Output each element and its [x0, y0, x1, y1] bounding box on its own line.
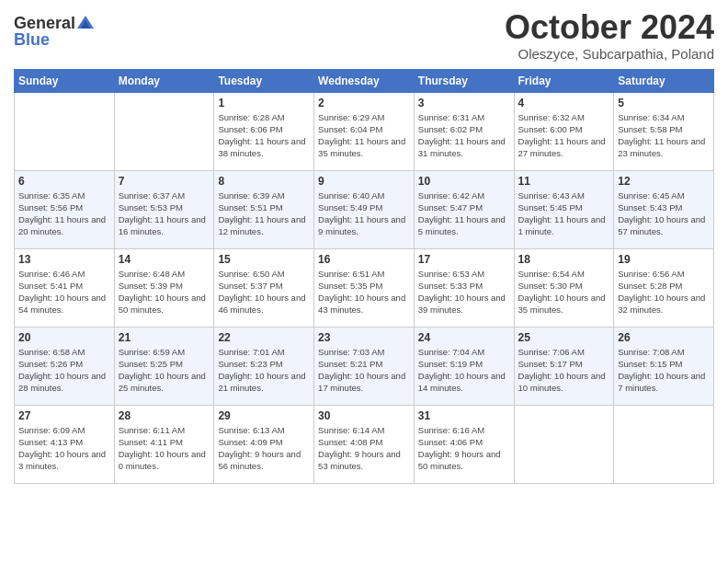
- day-info: Sunrise: 6:31 AM Sunset: 6:02 PM Dayligh…: [418, 111, 510, 160]
- day-number: 30: [318, 409, 410, 422]
- day-info: Sunrise: 6:40 AM Sunset: 5:49 PM Dayligh…: [318, 190, 410, 238]
- day-number: 16: [318, 253, 410, 266]
- calendar-cell: 18Sunrise: 6:54 AM Sunset: 5:30 PM Dayli…: [514, 248, 614, 327]
- day-info: Sunrise: 6:29 AM Sunset: 6:04 PM Dayligh…: [318, 111, 410, 160]
- day-info: Sunrise: 6:13 AM Sunset: 4:09 PM Dayligh…: [218, 424, 310, 473]
- calendar-cell: [15, 92, 115, 170]
- day-number: 14: [119, 253, 210, 266]
- calendar-cell: 30Sunrise: 6:14 AM Sunset: 4:08 PM Dayli…: [314, 405, 415, 483]
- col-header-saturday: Saturday: [614, 69, 714, 92]
- day-number: 15: [218, 253, 310, 266]
- calendar-cell: 22Sunrise: 7:01 AM Sunset: 5:23 PM Dayli…: [214, 327, 314, 405]
- calendar-cell: 16Sunrise: 6:51 AM Sunset: 5:35 PM Dayli…: [314, 248, 415, 327]
- day-info: Sunrise: 6:59 AM Sunset: 5:25 PM Dayligh…: [119, 346, 210, 395]
- calendar-cell: 13Sunrise: 6:46 AM Sunset: 5:41 PM Dayli…: [15, 248, 115, 327]
- title-block: October 2024 Oleszyce, Subcarpathia, Pol…: [505, 9, 714, 62]
- day-info: Sunrise: 6:54 AM Sunset: 5:30 PM Dayligh…: [518, 268, 610, 316]
- day-info: Sunrise: 6:45 AM Sunset: 5:43 PM Dayligh…: [618, 190, 710, 238]
- day-number: 2: [318, 97, 410, 109]
- logo-general: General: [14, 15, 75, 31]
- day-info: Sunrise: 7:04 AM Sunset: 5:19 PM Dayligh…: [418, 346, 510, 395]
- day-number: 6: [18, 175, 110, 188]
- day-info: Sunrise: 7:06 AM Sunset: 5:17 PM Dayligh…: [518, 346, 610, 395]
- calendar-cell: 3Sunrise: 6:31 AM Sunset: 6:02 PM Daylig…: [414, 92, 514, 170]
- calendar-cell: 6Sunrise: 6:35 AM Sunset: 5:56 PM Daylig…: [15, 170, 115, 248]
- day-info: Sunrise: 6:11 AM Sunset: 4:11 PM Dayligh…: [119, 424, 210, 473]
- day-number: 5: [618, 97, 710, 109]
- day-info: Sunrise: 6:37 AM Sunset: 5:53 PM Dayligh…: [119, 190, 210, 238]
- calendar-cell: 31Sunrise: 6:16 AM Sunset: 4:06 PM Dayli…: [414, 405, 514, 483]
- calendar-cell: 12Sunrise: 6:45 AM Sunset: 5:43 PM Dayli…: [614, 170, 714, 248]
- calendar-cell: 5Sunrise: 6:34 AM Sunset: 5:58 PM Daylig…: [614, 92, 714, 170]
- calendar-cell: 10Sunrise: 6:42 AM Sunset: 5:47 PM Dayli…: [414, 170, 514, 248]
- day-number: 19: [618, 253, 710, 266]
- day-info: Sunrise: 7:03 AM Sunset: 5:21 PM Dayligh…: [318, 346, 410, 395]
- day-number: 25: [518, 331, 610, 344]
- calendar-cell: 21Sunrise: 6:59 AM Sunset: 5:25 PM Dayli…: [114, 327, 214, 405]
- day-info: Sunrise: 6:56 AM Sunset: 5:28 PM Dayligh…: [618, 268, 710, 316]
- calendar-cell: 24Sunrise: 7:04 AM Sunset: 5:19 PM Dayli…: [414, 327, 514, 405]
- day-number: 29: [218, 409, 310, 422]
- day-info: Sunrise: 6:48 AM Sunset: 5:39 PM Dayligh…: [119, 268, 210, 316]
- day-number: 9: [318, 175, 410, 188]
- day-info: Sunrise: 6:53 AM Sunset: 5:33 PM Dayligh…: [418, 268, 510, 316]
- day-info: Sunrise: 7:01 AM Sunset: 5:23 PM Dayligh…: [218, 346, 310, 395]
- calendar-cell: 4Sunrise: 6:32 AM Sunset: 6:00 PM Daylig…: [514, 92, 614, 170]
- logo-blue: Blue: [14, 31, 50, 48]
- calendar-header-row: SundayMondayTuesdayWednesdayThursdayFrid…: [15, 69, 714, 92]
- calendar-week-3: 13Sunrise: 6:46 AM Sunset: 5:41 PM Dayli…: [15, 248, 714, 327]
- calendar-cell: [114, 92, 214, 170]
- calendar-cell: 27Sunrise: 6:09 AM Sunset: 4:13 PM Dayli…: [15, 405, 115, 483]
- day-info: Sunrise: 6:32 AM Sunset: 6:00 PM Dayligh…: [518, 111, 610, 160]
- calendar-week-4: 20Sunrise: 6:58 AM Sunset: 5:26 PM Dayli…: [15, 327, 714, 405]
- day-number: 21: [119, 331, 210, 344]
- day-info: Sunrise: 6:09 AM Sunset: 4:13 PM Dayligh…: [18, 424, 110, 473]
- col-header-thursday: Thursday: [414, 69, 514, 92]
- col-header-monday: Monday: [114, 69, 214, 92]
- month-title: October 2024: [505, 9, 714, 46]
- day-number: 1: [218, 97, 310, 109]
- calendar-cell: 1Sunrise: 6:28 AM Sunset: 6:06 PM Daylig…: [214, 92, 314, 170]
- calendar-cell: 8Sunrise: 6:39 AM Sunset: 5:51 PM Daylig…: [214, 170, 314, 248]
- day-number: 12: [618, 175, 710, 188]
- day-info: Sunrise: 6:35 AM Sunset: 5:56 PM Dayligh…: [18, 190, 110, 238]
- calendar-cell: [514, 405, 614, 483]
- calendar-cell: 20Sunrise: 6:58 AM Sunset: 5:26 PM Dayli…: [15, 327, 115, 405]
- day-number: 24: [418, 331, 510, 344]
- day-number: 28: [119, 409, 210, 422]
- calendar-cell: 26Sunrise: 7:08 AM Sunset: 5:15 PM Dayli…: [614, 327, 714, 405]
- day-number: 22: [218, 331, 310, 344]
- calendar-cell: 9Sunrise: 6:40 AM Sunset: 5:49 PM Daylig…: [314, 170, 415, 248]
- day-number: 13: [18, 253, 110, 266]
- day-info: Sunrise: 6:42 AM Sunset: 5:47 PM Dayligh…: [418, 190, 510, 238]
- calendar-cell: 19Sunrise: 6:56 AM Sunset: 5:28 PM Dayli…: [614, 248, 714, 327]
- day-number: 4: [518, 97, 610, 109]
- day-number: 18: [518, 253, 610, 266]
- day-info: Sunrise: 6:28 AM Sunset: 6:06 PM Dayligh…: [218, 111, 310, 160]
- day-number: 3: [418, 97, 510, 109]
- calendar-week-5: 27Sunrise: 6:09 AM Sunset: 4:13 PM Dayli…: [15, 405, 714, 483]
- calendar-cell: 25Sunrise: 7:06 AM Sunset: 5:17 PM Dayli…: [514, 327, 614, 405]
- day-number: 10: [418, 175, 510, 188]
- col-header-tuesday: Tuesday: [214, 69, 314, 92]
- day-number: 26: [618, 331, 710, 344]
- col-header-sunday: Sunday: [15, 69, 115, 92]
- page-header: General Blue October 2024 Oleszyce, Subc…: [14, 9, 714, 62]
- day-info: Sunrise: 7:08 AM Sunset: 5:15 PM Dayligh…: [618, 346, 710, 395]
- logo-icon: [77, 16, 94, 29]
- day-info: Sunrise: 6:51 AM Sunset: 5:35 PM Dayligh…: [318, 268, 410, 316]
- day-info: Sunrise: 6:34 AM Sunset: 5:58 PM Dayligh…: [618, 111, 710, 160]
- day-number: 27: [18, 409, 110, 422]
- day-number: 20: [18, 331, 110, 344]
- day-info: Sunrise: 6:46 AM Sunset: 5:41 PM Dayligh…: [18, 268, 110, 316]
- col-header-wednesday: Wednesday: [314, 69, 415, 92]
- calendar-cell: 14Sunrise: 6:48 AM Sunset: 5:39 PM Dayli…: [114, 248, 214, 327]
- day-number: 7: [119, 175, 210, 188]
- calendar-cell: 23Sunrise: 7:03 AM Sunset: 5:21 PM Dayli…: [314, 327, 415, 405]
- day-number: 11: [518, 175, 610, 188]
- calendar-week-1: 1Sunrise: 6:28 AM Sunset: 6:06 PM Daylig…: [15, 92, 714, 170]
- day-info: Sunrise: 6:39 AM Sunset: 5:51 PM Dayligh…: [218, 190, 310, 238]
- calendar-cell: [614, 405, 714, 483]
- calendar-cell: 11Sunrise: 6:43 AM Sunset: 5:45 PM Dayli…: [514, 170, 614, 248]
- col-header-friday: Friday: [514, 69, 614, 92]
